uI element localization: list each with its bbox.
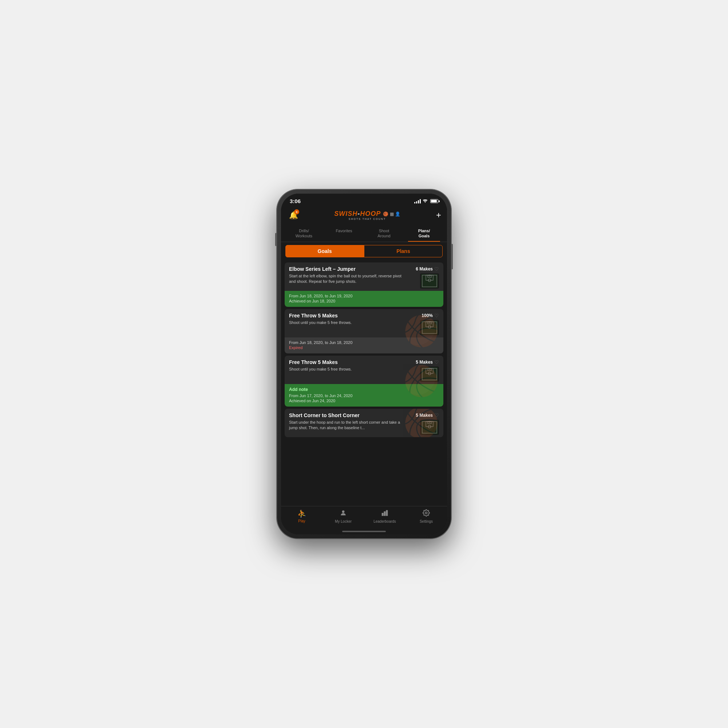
goal-2-bg-ball: 🏀 xyxy=(400,309,444,353)
header-nav-icons: 🏀 ▦ 👤 xyxy=(383,211,401,217)
app-header: 🔔 0 SWISH - HOOP 🏀 ▦ 👤 SHOTS THAT COUNT xyxy=(281,206,447,225)
play-icon: ⛹️ xyxy=(297,509,306,518)
add-button[interactable]: + xyxy=(436,210,441,220)
nav-my-locker[interactable]: My Locker xyxy=(323,509,364,523)
svg-point-26 xyxy=(342,510,345,513)
goal-card-1-header: Elbow Series Left – Jumper Start at the … xyxy=(284,262,444,291)
goal-3-bg-ball: 🏀 xyxy=(400,356,444,407)
screen: 3:06 xyxy=(281,194,447,534)
goal-3-title: Free Throw 5 Makes xyxy=(289,359,410,365)
nav-leaderboards[interactable]: Leaderboards xyxy=(364,509,405,523)
signal-icon xyxy=(414,199,421,203)
tab-drills[interactable]: Drills/ Workouts xyxy=(284,226,324,242)
nav-settings[interactable]: Settings xyxy=(405,509,447,523)
phone-inner: 3:06 xyxy=(281,194,447,534)
bottom-nav: ⛹️ Play My Locker xyxy=(281,506,447,531)
goal-2-desc: Shoot until you make 5 free throws. xyxy=(289,320,410,326)
svg-rect-28 xyxy=(384,511,386,516)
goals-list[interactable]: Elbow Series Left – Jumper Start at the … xyxy=(281,260,447,506)
play-label: Play xyxy=(298,519,305,523)
svg-point-30 xyxy=(425,512,427,514)
leaderboards-icon xyxy=(381,509,388,518)
goal-4-title: Short Corner to Short Corner xyxy=(289,412,410,418)
goal-1-makes: 6 Makes xyxy=(416,266,433,272)
goal-2-title: Free Throw 5 Makes xyxy=(289,313,410,318)
goal-1-desc: Start at the left elbow, spin the ball o… xyxy=(289,273,410,284)
tab-shoot-around[interactable]: Shoot Around xyxy=(364,226,404,242)
tab-favorites[interactable]: Favorites xyxy=(324,226,364,242)
goal-1-achieved: Achieved on Jun 18, 2020 xyxy=(289,299,439,303)
app-logo: SWISH - HOOP 🏀 ▦ 👤 SHOTS THAT COUNT xyxy=(334,210,401,220)
goal-1-status: From Jun 18, 2020, to Jun 19, 2020 Achie… xyxy=(284,291,444,307)
status-time: 3:06 xyxy=(290,198,301,204)
my-locker-icon xyxy=(340,509,347,518)
goal-1-heart[interactable]: ♡ xyxy=(434,266,439,272)
phone-frame: 3:06 xyxy=(277,189,451,539)
goal-card-4[interactable]: 🏀 Short Corner to Short Corner Start und… xyxy=(284,409,444,437)
bell-badge: 0 xyxy=(294,209,299,214)
sub-tabs: Goals Plans xyxy=(281,242,447,260)
goal-card-1[interactable]: Elbow Series Left – Jumper Start at the … xyxy=(284,262,444,307)
goal-card-2[interactable]: 🏀 Free Throw 5 Makes Shoot until you mak… xyxy=(284,309,444,353)
nav-play[interactable]: ⛹️ Play xyxy=(281,509,323,523)
logo-hoop: HOOP xyxy=(360,210,381,218)
status-icons xyxy=(414,198,438,204)
goal-1-title: Elbow Series Left – Jumper xyxy=(289,266,410,272)
home-indicator xyxy=(281,531,447,534)
svg-rect-27 xyxy=(382,513,384,516)
svg-rect-29 xyxy=(386,510,388,516)
subtab-plans[interactable]: Plans xyxy=(364,245,443,257)
nav-tabs: Drills/ Workouts Favorites Shoot Around … xyxy=(281,225,447,242)
svg-point-0 xyxy=(425,202,425,203)
goal-1-meta: 6 Makes ♡ xyxy=(416,266,439,272)
goal-1-date-range: From Jun 18, 2020, to Jun 19, 2020 xyxy=(289,294,439,298)
logo-subtitle: SHOTS THAT COUNT xyxy=(349,218,386,220)
notch xyxy=(338,194,390,204)
my-locker-label: My Locker xyxy=(335,519,352,523)
settings-label: Settings xyxy=(420,519,433,523)
logo-dash: - xyxy=(358,210,360,218)
settings-icon xyxy=(423,509,430,518)
tab-plans-goals[interactable]: Plans/ Goals xyxy=(404,226,444,242)
home-bar xyxy=(342,531,386,532)
wifi-icon xyxy=(423,198,428,204)
subtab-goals[interactable]: Goals xyxy=(285,245,364,257)
notification-bell[interactable]: 🔔 0 xyxy=(287,209,300,222)
battery-icon xyxy=(430,199,438,203)
logo-swish: SWISH xyxy=(334,210,358,218)
goal-1-court xyxy=(420,273,439,289)
goal-3-desc: Shoot until you make 5 free throws. xyxy=(289,367,410,372)
goal-card-3[interactable]: 🏀 Free Throw 5 Makes Shoot until you mak… xyxy=(284,356,444,407)
goal-4-desc: Start under the hoop and run to the left… xyxy=(289,420,410,431)
goal-4-bg-ball: 🏀 xyxy=(400,409,444,437)
leaderboards-label: Leaderboards xyxy=(373,519,396,523)
